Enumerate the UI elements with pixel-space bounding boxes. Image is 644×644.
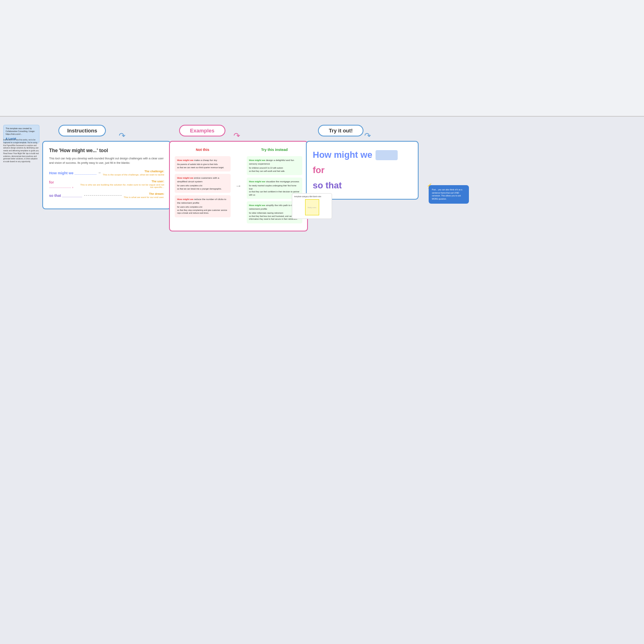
hmw-line-3 bbox=[84, 195, 122, 196]
instructions-subtitle: This tool can help you develop well-roun… bbox=[49, 157, 164, 165]
card-phrase-not-2: How might we entice customers with a sim… bbox=[177, 176, 228, 184]
sticky-note: Sticky notes bbox=[305, 199, 319, 215]
hmw-hint-2: The user: This is who we are building th… bbox=[79, 180, 164, 188]
tryit-header-label: Try it out! bbox=[329, 128, 353, 134]
description-text: Instructions on how this works, not to b… bbox=[3, 139, 39, 163]
examples-body: Not this How might we make a cheap fun t… bbox=[169, 141, 308, 231]
info-card-text: This template was created by Collaborati… bbox=[6, 127, 37, 136]
instructions-arrow: ↷ bbox=[119, 131, 126, 140]
card-line2-try-2: for newly married couples undergoing the… bbox=[249, 184, 300, 190]
tryit-row-1: How might we bbox=[313, 150, 412, 160]
hmw-row-3: so that __________ The dream: This is wh… bbox=[49, 192, 164, 198]
sticky-note-label: Sticky notes bbox=[308, 206, 316, 208]
hmw-row-1: How might we ___________ The challenge: … bbox=[49, 170, 164, 176]
examples-header: Examples bbox=[179, 125, 225, 136]
examples-col-not: Not this How might we make a cheap fun t… bbox=[175, 147, 231, 226]
instructions-header: Instructions bbox=[58, 125, 106, 136]
hmw-hint-text-3: This is what we want for our end user. bbox=[124, 196, 164, 198]
example-card-not-3: How might we reduce the number of clicks… bbox=[175, 195, 231, 217]
card-line2-try-1: for children around 6 to 10 with autism bbox=[249, 167, 300, 170]
separator-line bbox=[0, 116, 644, 117]
example-card-not-2: How might we entice customers with a sim… bbox=[175, 174, 231, 193]
card-line2-not-3: for users who complete a lot bbox=[177, 206, 228, 209]
canvas: This template was created by Collaborati… bbox=[0, 0, 644, 644]
hmw-hint-text-1: This is the scope of the challenge, what… bbox=[103, 173, 164, 176]
card-line2-not-2: for users who complete a lot bbox=[177, 184, 228, 188]
instructions-body: The 'How might we...' tool This tool can… bbox=[42, 141, 171, 209]
hmw-hint-3: The dream: This is what we want for our … bbox=[124, 192, 164, 198]
tryit-row-3: so that bbox=[313, 180, 412, 191]
hmw-hint-label-3: The dream: bbox=[124, 192, 164, 195]
hmw-hint-1: The challenge: This is the scope of the … bbox=[103, 170, 164, 176]
card-line3-not-1: so that we can meet our third quarter re… bbox=[177, 166, 228, 169]
hmw-label-2: for ___________ , bbox=[49, 180, 75, 188]
examples-mid-arrow: → bbox=[234, 147, 244, 226]
instructions-title: The 'How might we...' tool bbox=[49, 148, 164, 153]
tryit-line2-label: for bbox=[313, 165, 324, 175]
card-line2-not-1: the parents of autistic kids to give to … bbox=[177, 163, 228, 166]
card-phrase-try-2: How might we visualize the mortgage proc… bbox=[249, 180, 300, 184]
example-card-try-1: How might we design a delightful and fun… bbox=[247, 156, 303, 175]
tryit-arrow: ↷ bbox=[364, 131, 371, 140]
top-area bbox=[0, 0, 644, 117]
tooltip-card: Psst... you can also think of it as a se… bbox=[429, 185, 469, 204]
card-phrase-try-1: How might we design a delightful and fun… bbox=[249, 159, 300, 166]
hmw-line-1 bbox=[99, 173, 101, 173]
template-label: template-category-title-blank-note bbox=[294, 196, 330, 198]
hmw-label-3: so that __________ bbox=[49, 194, 82, 198]
hmw-hint-label-2: The user: bbox=[79, 180, 164, 183]
tryit-header: Try it out! bbox=[318, 125, 363, 136]
tryit-line3-label: so that bbox=[313, 180, 342, 191]
examples-columns: Not this How might we make a cheap fun t… bbox=[175, 147, 302, 226]
examples-header-label: Examples bbox=[190, 128, 215, 134]
tooltip-text: Psst... you can also think of it as a se… bbox=[432, 188, 462, 200]
card-phrase-not-3: How might we reduce the number of clicks… bbox=[177, 198, 228, 205]
instructions-header-label: Instructions bbox=[67, 128, 97, 134]
card-line3-not-2: so that we can break into a younger demo… bbox=[177, 188, 228, 191]
tryit-body: How might we for so that bbox=[306, 141, 419, 200]
card-line3-try-1: so that they can self-sooth and feel saf… bbox=[249, 170, 300, 173]
hmw-hint-text-2: This is who we are building the solution… bbox=[80, 184, 164, 188]
card-phrase-not-1: How might we make a cheap fun toy bbox=[177, 159, 228, 162]
examples-col-try-title: Try this instead bbox=[247, 147, 303, 153]
examples-arrow: ↷ bbox=[233, 131, 240, 140]
card-line3-not-3: so that they stop complaining and give c… bbox=[177, 209, 228, 215]
tryit-line1-label: How might we bbox=[313, 150, 372, 160]
examples-col-not-title: Not this bbox=[175, 147, 231, 153]
tryit-row-2: for bbox=[313, 165, 412, 175]
hmw-row-2: for ___________ , The user: This is who … bbox=[49, 180, 164, 188]
tryit-box-1[interactable] bbox=[376, 150, 398, 160]
hmw-label-1: How might we ___________ bbox=[49, 171, 97, 175]
example-card-not-1: How might we make a cheap fun toy the pa… bbox=[175, 156, 231, 171]
template-area: template-category-title-blank-note Stick… bbox=[292, 193, 332, 219]
hmw-hint-label-1: The challenge: bbox=[103, 170, 164, 173]
